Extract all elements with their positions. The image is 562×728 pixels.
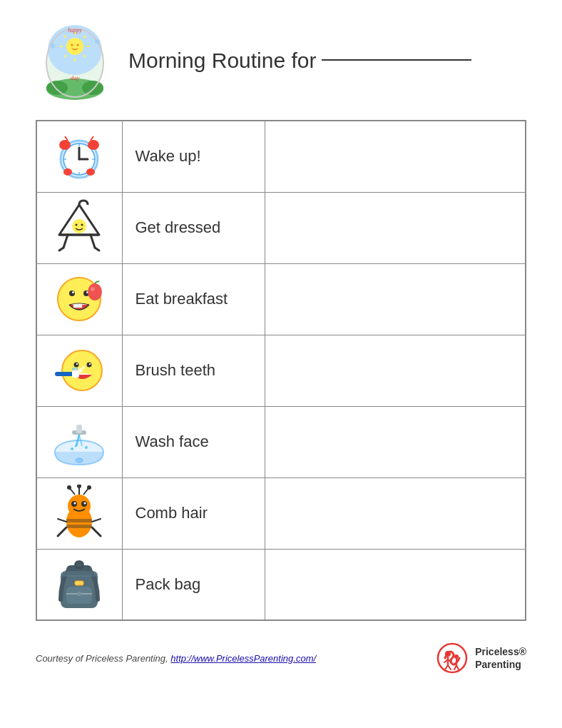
- svg-point-55: [76, 363, 78, 365]
- svg-rect-48: [73, 304, 78, 308]
- footer-link[interactable]: http://www.PricelessParenting.com/: [170, 653, 316, 664]
- task-label-teeth: Brush teeth: [122, 335, 265, 406]
- alarm-clock-icon: [43, 127, 116, 186]
- task-label-combhair: Comb hair: [122, 477, 265, 549]
- svg-point-2: [46, 81, 68, 95]
- svg-point-37: [76, 224, 78, 226]
- icon-cell-combhair: [36, 477, 122, 549]
- icon-cell-packbag: [36, 549, 122, 620]
- svg-point-80: [67, 485, 71, 490]
- backpack-icon: [43, 555, 116, 615]
- svg-rect-49: [78, 304, 82, 308]
- svg-point-62: [78, 368, 83, 373]
- task-label-packbag: Pack bag: [122, 549, 265, 620]
- svg-rect-66: [76, 425, 82, 433]
- icon-cell-washface: [36, 406, 122, 477]
- check-area-wakeup: [265, 121, 526, 192]
- check-area-dressed: [265, 192, 526, 263]
- svg-text:happy: happy: [68, 27, 82, 34]
- svg-line-88: [92, 519, 101, 522]
- footer-courtesy: Courtesy of Priceless Parenting, http://…: [36, 653, 316, 664]
- svg-point-54: [87, 363, 92, 368]
- svg-rect-96: [61, 571, 98, 577]
- check-area-teeth: [265, 335, 526, 406]
- svg-point-74: [68, 495, 91, 517]
- svg-point-94: [77, 592, 81, 596]
- svg-point-63: [82, 366, 85, 369]
- table-row: Eat breakfast: [36, 263, 526, 335]
- icon-cell-breakfast: [36, 263, 122, 335]
- svg-point-84: [87, 485, 91, 490]
- svg-line-39: [63, 235, 68, 248]
- svg-point-82: [77, 485, 81, 488]
- svg-line-42: [95, 248, 99, 251]
- svg-point-98: [445, 651, 451, 657]
- svg-point-25: [63, 168, 72, 176]
- svg-point-68: [71, 448, 73, 450]
- svg-line-86: [92, 527, 101, 536]
- table-row: Get dressed: [36, 192, 526, 263]
- svg-point-38: [81, 224, 83, 226]
- svg-point-3: [82, 81, 103, 95]
- svg-rect-95: [75, 581, 83, 585]
- svg-point-56: [89, 363, 91, 365]
- table-row: Comb hair: [36, 477, 526, 549]
- svg-line-87: [58, 519, 66, 522]
- page-footer: Courtesy of Priceless Parenting, http://…: [36, 642, 526, 674]
- table-row: Wash face: [36, 406, 526, 477]
- app-logo: happy day ❄ ❄: [36, 21, 114, 100]
- table-row: Wake up!: [36, 121, 526, 192]
- icon-cell-wakeup: [36, 121, 122, 192]
- check-area-washface: [265, 406, 526, 477]
- icon-cell-teeth: [36, 335, 122, 406]
- task-label-wakeup: Wake up!: [122, 121, 265, 192]
- svg-text:day: day: [71, 74, 80, 81]
- svg-rect-73: [66, 525, 92, 528]
- routine-table: Wake up!: [36, 120, 526, 621]
- svg-line-85: [58, 527, 66, 536]
- svg-rect-72: [66, 519, 92, 522]
- svg-line-40: [91, 235, 95, 248]
- svg-point-44: [69, 290, 75, 296]
- svg-point-78: [84, 502, 86, 505]
- svg-point-46: [72, 291, 74, 293]
- check-area-combhair: [265, 477, 526, 549]
- table-row: Brush teeth: [36, 335, 526, 406]
- svg-point-16: [77, 44, 79, 46]
- task-label-breakfast: Eat breakfast: [122, 263, 265, 335]
- page-title: Morning Routine for: [128, 49, 471, 73]
- svg-point-26: [86, 168, 95, 176]
- priceless-parenting-logo-icon: [436, 642, 468, 674]
- footer-logo-text: Priceless® Parenting: [475, 645, 526, 671]
- task-label-dressed: Get dressed: [122, 192, 265, 263]
- svg-text:❄: ❄: [50, 42, 56, 50]
- clothes-hanger-icon: [43, 198, 116, 258]
- svg-point-15: [71, 44, 73, 46]
- svg-point-28: [88, 140, 99, 150]
- table-row: Pack bag: [36, 549, 526, 620]
- eating-icon: [43, 270, 116, 329]
- svg-rect-91: [75, 561, 83, 568]
- svg-text:❄: ❄: [94, 38, 100, 46]
- svg-point-77: [74, 502, 76, 505]
- svg-point-51: [91, 287, 95, 291]
- check-area-packbag: [265, 549, 526, 620]
- page-header: happy day ❄ ❄ Morning Routine for: [36, 21, 526, 100]
- svg-rect-58: [72, 370, 79, 378]
- footer-logo: Priceless® Parenting: [436, 642, 526, 674]
- icon-cell-dressed: [36, 192, 122, 263]
- footer-logo-line1: Priceless®: [475, 645, 526, 658]
- svg-point-6: [66, 38, 83, 55]
- wash-face-icon: [43, 413, 116, 472]
- comb-hair-icon: [43, 484, 116, 543]
- brush-teeth-icon: [43, 341, 116, 400]
- svg-point-36: [72, 219, 86, 233]
- task-label-washface: Wash face: [122, 406, 265, 477]
- svg-point-104: [454, 654, 459, 659]
- courtesy-text: Courtesy of Priceless Parenting,: [36, 653, 168, 664]
- svg-point-50: [88, 283, 102, 300]
- svg-point-27: [59, 140, 71, 150]
- svg-point-53: [74, 363, 79, 368]
- title-underline: [322, 59, 471, 61]
- svg-line-41: [59, 248, 63, 251]
